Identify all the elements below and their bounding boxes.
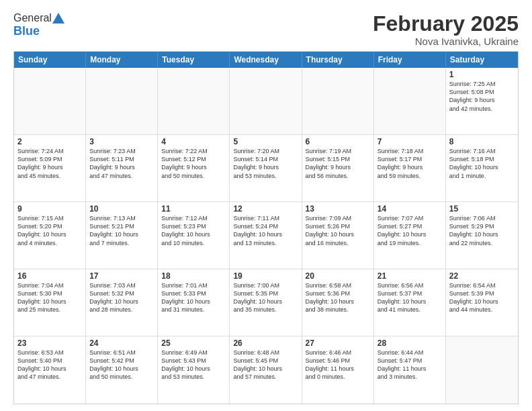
- day-number: 15: [449, 204, 515, 214]
- empty-cell: [374, 68, 446, 134]
- day-21: 21Sunrise: 6:56 AM Sunset: 5:37 PM Dayli…: [374, 269, 446, 336]
- day-27: 27Sunrise: 6:46 AM Sunset: 5:46 PM Dayli…: [302, 336, 374, 404]
- empty-cell: [446, 336, 518, 404]
- day-24: 24Sunrise: 6:51 AM Sunset: 5:42 PM Dayli…: [86, 336, 158, 404]
- day-number: 25: [161, 338, 226, 348]
- day-info: Sunrise: 7:06 AM Sunset: 5:29 PM Dayligh…: [449, 214, 515, 247]
- day-10: 10Sunrise: 7:13 AM Sunset: 5:21 PM Dayli…: [86, 202, 158, 269]
- day-1: 1Sunrise: 7:25 AM Sunset: 5:08 PM Daylig…: [446, 68, 518, 134]
- day-info: Sunrise: 7:15 AM Sunset: 5:20 PM Dayligh…: [17, 214, 82, 247]
- day-info: Sunrise: 7:11 AM Sunset: 5:24 PM Dayligh…: [233, 214, 298, 247]
- day-16: 16Sunrise: 7:04 AM Sunset: 5:30 PM Dayli…: [14, 269, 86, 336]
- empty-cell: [230, 68, 302, 134]
- day-number: 5: [233, 137, 298, 146]
- week-1: 2Sunrise: 7:24 AM Sunset: 5:09 PM Daylig…: [14, 135, 518, 202]
- header-day-saturday: Saturday: [446, 52, 518, 68]
- location-title: Nova Ivanivka, Ukraine: [373, 36, 519, 47]
- day-info: Sunrise: 7:20 AM Sunset: 5:14 PM Dayligh…: [233, 147, 298, 180]
- day-number: 2: [17, 137, 82, 146]
- logo-general-text: General: [13, 12, 52, 24]
- day-19: 19Sunrise: 7:00 AM Sunset: 5:35 PM Dayli…: [230, 269, 302, 336]
- day-number: 18: [161, 271, 226, 281]
- day-11: 11Sunrise: 7:12 AM Sunset: 5:23 PM Dayli…: [158, 202, 230, 269]
- week-0: 1Sunrise: 7:25 AM Sunset: 5:08 PM Daylig…: [14, 68, 518, 135]
- day-13: 13Sunrise: 7:09 AM Sunset: 5:26 PM Dayli…: [302, 202, 374, 269]
- day-14: 14Sunrise: 7:07 AM Sunset: 5:27 PM Dayli…: [374, 202, 446, 269]
- day-28: 28Sunrise: 6:44 AM Sunset: 5:47 PM Dayli…: [374, 336, 446, 404]
- day-number: 9: [17, 204, 82, 214]
- day-18: 18Sunrise: 7:01 AM Sunset: 5:33 PM Dayli…: [158, 269, 230, 336]
- calendar: SundayMondayTuesdayWednesdayThursdayFrid…: [13, 51, 519, 404]
- day-info: Sunrise: 7:09 AM Sunset: 5:26 PM Dayligh…: [306, 214, 370, 247]
- day-26: 26Sunrise: 6:48 AM Sunset: 5:45 PM Dayli…: [230, 336, 302, 404]
- day-info: Sunrise: 7:16 AM Sunset: 5:18 PM Dayligh…: [449, 147, 515, 180]
- day-info: Sunrise: 7:23 AM Sunset: 5:11 PM Dayligh…: [89, 147, 154, 180]
- day-info: Sunrise: 6:44 AM Sunset: 5:47 PM Dayligh…: [378, 349, 442, 381]
- day-info: Sunrise: 6:58 AM Sunset: 5:36 PM Dayligh…: [306, 281, 370, 314]
- header-day-friday: Friday: [374, 52, 446, 68]
- day-info: Sunrise: 7:13 AM Sunset: 5:21 PM Dayligh…: [89, 214, 154, 247]
- calendar-header: SundayMondayTuesdayWednesdayThursdayFrid…: [14, 52, 518, 68]
- day-info: Sunrise: 6:46 AM Sunset: 5:46 PM Dayligh…: [306, 349, 370, 381]
- day-number: 27: [306, 338, 370, 348]
- day-23: 23Sunrise: 6:53 AM Sunset: 5:40 PM Dayli…: [14, 336, 86, 404]
- day-number: 4: [161, 137, 226, 146]
- day-22: 22Sunrise: 6:54 AM Sunset: 5:39 PM Dayli…: [446, 269, 518, 336]
- day-15: 15Sunrise: 7:06 AM Sunset: 5:29 PM Dayli…: [446, 202, 518, 269]
- day-info: Sunrise: 7:04 AM Sunset: 5:30 PM Dayligh…: [17, 281, 82, 314]
- header-day-sunday: Sunday: [14, 52, 86, 68]
- day-info: Sunrise: 7:12 AM Sunset: 5:23 PM Dayligh…: [161, 214, 226, 247]
- day-7: 7Sunrise: 7:18 AM Sunset: 5:17 PM Daylig…: [374, 135, 446, 201]
- empty-cell: [14, 68, 86, 134]
- day-25: 25Sunrise: 6:49 AM Sunset: 5:43 PM Dayli…: [158, 336, 230, 404]
- day-2: 2Sunrise: 7:24 AM Sunset: 5:09 PM Daylig…: [14, 135, 86, 201]
- header-day-wednesday: Wednesday: [230, 52, 302, 68]
- logo-blue-text: Blue: [13, 24, 40, 38]
- day-5: 5Sunrise: 7:20 AM Sunset: 5:14 PM Daylig…: [230, 135, 302, 201]
- day-number: 22: [449, 271, 515, 281]
- day-info: Sunrise: 6:53 AM Sunset: 5:40 PM Dayligh…: [17, 349, 82, 381]
- day-info: Sunrise: 7:22 AM Sunset: 5:12 PM Dayligh…: [161, 147, 226, 180]
- day-number: 10: [89, 204, 154, 214]
- day-info: Sunrise: 7:01 AM Sunset: 5:33 PM Dayligh…: [161, 281, 226, 314]
- day-number: 24: [89, 338, 154, 348]
- day-number: 7: [378, 137, 442, 146]
- day-number: 3: [89, 137, 154, 146]
- title-block: February 2025 Nova Ivanivka, Ukraine: [373, 12, 519, 47]
- header-day-thursday: Thursday: [302, 52, 374, 68]
- day-8: 8Sunrise: 7:16 AM Sunset: 5:18 PM Daylig…: [446, 135, 518, 201]
- day-info: Sunrise: 7:03 AM Sunset: 5:32 PM Dayligh…: [89, 281, 154, 314]
- day-9: 9Sunrise: 7:15 AM Sunset: 5:20 PM Daylig…: [14, 202, 86, 269]
- day-info: Sunrise: 7:00 AM Sunset: 5:35 PM Dayligh…: [233, 281, 298, 314]
- header: General Blue February 2025 Nova Ivanivka…: [13, 12, 519, 47]
- logo-icon: [52, 12, 64, 24]
- calendar-body: 1Sunrise: 7:25 AM Sunset: 5:08 PM Daylig…: [14, 68, 518, 404]
- day-number: 14: [378, 204, 442, 214]
- day-info: Sunrise: 7:07 AM Sunset: 5:27 PM Dayligh…: [378, 214, 442, 247]
- week-2: 9Sunrise: 7:15 AM Sunset: 5:20 PM Daylig…: [14, 202, 518, 269]
- day-info: Sunrise: 7:25 AM Sunset: 5:08 PM Dayligh…: [449, 80, 515, 113]
- day-number: 17: [89, 271, 154, 281]
- day-info: Sunrise: 7:19 AM Sunset: 5:15 PM Dayligh…: [306, 147, 370, 180]
- week-3: 16Sunrise: 7:04 AM Sunset: 5:30 PM Dayli…: [14, 269, 518, 336]
- day-20: 20Sunrise: 6:58 AM Sunset: 5:36 PM Dayli…: [302, 269, 374, 336]
- day-3: 3Sunrise: 7:23 AM Sunset: 5:11 PM Daylig…: [86, 135, 158, 201]
- empty-cell: [302, 68, 374, 134]
- day-17: 17Sunrise: 7:03 AM Sunset: 5:32 PM Dayli…: [86, 269, 158, 336]
- day-info: Sunrise: 6:49 AM Sunset: 5:43 PM Dayligh…: [161, 349, 226, 381]
- day-number: 6: [306, 137, 370, 146]
- day-4: 4Sunrise: 7:22 AM Sunset: 5:12 PM Daylig…: [158, 135, 230, 201]
- day-info: Sunrise: 6:48 AM Sunset: 5:45 PM Dayligh…: [233, 349, 298, 381]
- day-number: 12: [233, 204, 298, 214]
- day-number: 19: [233, 271, 298, 281]
- header-day-tuesday: Tuesday: [158, 52, 230, 68]
- day-info: Sunrise: 6:51 AM Sunset: 5:42 PM Dayligh…: [89, 349, 154, 381]
- day-6: 6Sunrise: 7:19 AM Sunset: 5:15 PM Daylig…: [302, 135, 374, 201]
- week-4: 23Sunrise: 6:53 AM Sunset: 5:40 PM Dayli…: [14, 336, 518, 404]
- day-info: Sunrise: 7:24 AM Sunset: 5:09 PM Dayligh…: [17, 147, 82, 180]
- empty-cell: [86, 68, 158, 134]
- day-number: 23: [17, 338, 82, 348]
- logo: General Blue: [13, 12, 64, 38]
- day-number: 26: [233, 338, 298, 348]
- day-12: 12Sunrise: 7:11 AM Sunset: 5:24 PM Dayli…: [230, 202, 302, 269]
